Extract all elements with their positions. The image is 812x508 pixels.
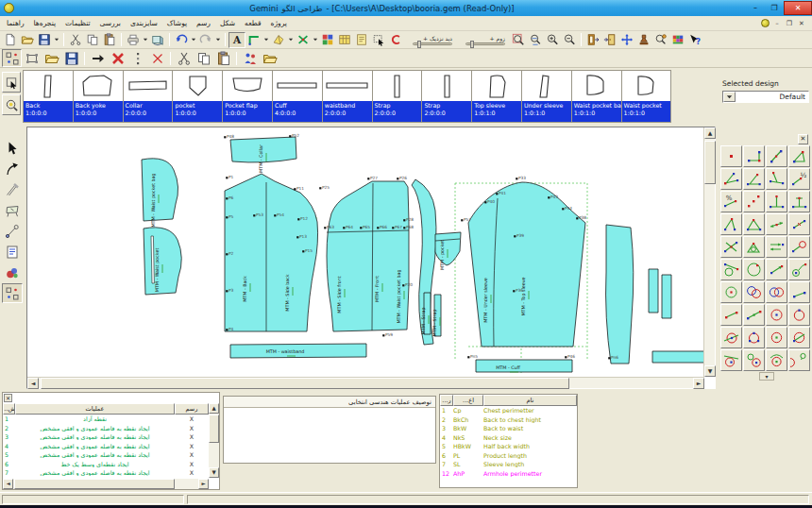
toolbar-button[interactable] xyxy=(101,32,118,48)
zoom-slider[interactable]: زوم + xyxy=(462,35,505,45)
toolbar-button[interactable] xyxy=(81,49,88,67)
minimize-button[interactable]: – xyxy=(746,1,765,15)
geometry-tool-button[interactable] xyxy=(743,213,765,235)
piece-thumbnail[interactable]: Waist pocket 1:0:1:0 xyxy=(621,70,672,123)
drawing-tool-button[interactable] xyxy=(2,221,23,241)
operation-row[interactable]: 3 ایجاد نقطه به فاصله عمودی و افقی مشخص … xyxy=(3,432,209,442)
pattern-piece[interactable] xyxy=(652,351,704,363)
geometry-tool-button[interactable]: ½ xyxy=(788,168,810,190)
menu-item[interactable]: بررسی xyxy=(95,18,126,28)
restore-button[interactable]: ❐ xyxy=(765,1,784,15)
operation-row[interactable]: 8 ایجاد نقطه به فاصله عمودی و افقی مشخص … xyxy=(3,478,209,479)
toolbar-button[interactable] xyxy=(584,32,601,48)
scroll-thumb[interactable] xyxy=(209,415,219,443)
operation-row[interactable]: 5 ایجاد نقطه به فاصله عمودی و افقی مشخص … xyxy=(3,450,209,460)
toolbar-button[interactable] xyxy=(214,32,222,48)
geometry-tool-button[interactable] xyxy=(743,259,765,280)
toolbar-button[interactable] xyxy=(173,32,190,48)
slider-thumb[interactable] xyxy=(417,41,421,48)
toolbar-button[interactable] xyxy=(194,49,213,67)
slider-track[interactable] xyxy=(465,42,505,45)
geometry-tool-button[interactable] xyxy=(788,145,810,167)
geometry-tool-button[interactable] xyxy=(720,259,742,280)
geometry-tool-button[interactable] xyxy=(766,281,787,303)
measurement-row[interactable]: 12 AhP Armhole perimetter xyxy=(440,469,577,479)
piece-thumbnail[interactable]: Top sleeve 1:0:1:0 xyxy=(471,70,522,123)
toolbar-button[interactable] xyxy=(142,32,149,48)
canvas-vertical-scrollbar[interactable]: ▲ ▼ xyxy=(703,127,715,377)
geometry-tool-button[interactable] xyxy=(788,304,810,326)
column-header-abbr[interactable]: اع... xyxy=(453,395,483,406)
near-view-slider[interactable]: دید نزدیک + xyxy=(409,35,452,45)
slider-track[interactable] xyxy=(413,42,452,45)
pattern-piece[interactable] xyxy=(142,159,178,221)
slider-thumb[interactable] xyxy=(470,41,474,48)
mdi-close-button[interactable]: ✕ xyxy=(797,20,806,27)
toolbar-button[interactable] xyxy=(544,32,561,48)
measurement-row[interactable]: 7 SL Sleeve length xyxy=(440,460,577,469)
toolbar-button[interactable] xyxy=(262,32,270,48)
toolbar-button[interactable] xyxy=(147,49,167,67)
toolbar-button[interactable] xyxy=(222,32,228,48)
toolbar-button[interactable] xyxy=(287,32,295,48)
scroll-up-button[interactable]: ▲ xyxy=(209,403,219,414)
panel-close-button[interactable]: ✕ xyxy=(4,394,12,402)
geometry-tool-button[interactable] xyxy=(743,191,765,212)
measurement-row[interactable]: 4 NkS Neck size xyxy=(440,433,577,443)
toolbar-button[interactable] xyxy=(578,32,584,48)
geometry-tool-button[interactable] xyxy=(743,281,765,303)
geometry-tool-button[interactable] xyxy=(720,304,742,326)
geometry-tool-button[interactable] xyxy=(766,213,787,235)
mdi-restore-button[interactable]: ❐ xyxy=(785,20,794,27)
piece-thumbnail[interactable]: Under sleeve 1:0:1:0 xyxy=(521,70,572,123)
piece-thumbnail[interactable]: Cuff 4:0:0:0 xyxy=(272,70,323,123)
toolbar-button[interactable] xyxy=(19,32,36,48)
canvas-horizontal-scrollbar[interactable]: ◄ ► xyxy=(27,377,704,388)
toolbar-button[interactable] xyxy=(166,32,173,48)
toolbar-button[interactable] xyxy=(190,32,197,48)
scroll-up-button[interactable]: ▲ xyxy=(704,127,716,139)
scroll-down-button[interactable]: ▼ xyxy=(704,365,716,377)
strip-tool-button[interactable] xyxy=(2,72,21,93)
piece-thumbnail[interactable]: pocket 1:0:0:0 xyxy=(172,70,223,123)
geometry-tool-button[interactable] xyxy=(788,349,810,371)
measurement-row[interactable]: 3 BkW Back to waist xyxy=(440,424,577,433)
toolbar-button[interactable] xyxy=(213,49,233,67)
pattern-canvas[interactable]: MTM - CollarMTM - Waist pocket bagMTM - … xyxy=(28,130,704,375)
geometry-tool-button[interactable] xyxy=(766,349,787,371)
geometry-tool-button[interactable] xyxy=(788,327,810,348)
column-header-draw[interactable]: رسم xyxy=(175,403,209,415)
measurement-row[interactable]: 6 PL Product length xyxy=(440,451,577,461)
geometry-tool-button[interactable] xyxy=(720,327,742,348)
geometry-tool-button[interactable] xyxy=(766,327,787,348)
drawing-tool-button[interactable] xyxy=(2,200,23,220)
menu-item[interactable]: پروژه xyxy=(266,18,292,28)
piece-thumbnail[interactable]: waistband 2:0:0:0 xyxy=(322,70,373,123)
menu-item[interactable]: سایزبندی xyxy=(126,18,162,28)
toolbar-button[interactable] xyxy=(245,32,262,48)
operation-row[interactable]: 2 ایجاد نقطه به فاصله عمودی و افقی مشخص … xyxy=(3,424,209,433)
scroll-left-button[interactable]: ◄ xyxy=(3,479,13,489)
title-bar[interactable]: Geminiطراحی الگو- [C:\Users\A\Desktop\bo… xyxy=(0,0,812,16)
piece-thumbnail[interactable]: Strap 2:0:0:0 xyxy=(372,70,423,123)
selected-design-combo[interactable]: Default xyxy=(722,91,809,103)
scroll-right-button[interactable]: ► xyxy=(198,479,209,489)
toolbar-button[interactable] xyxy=(84,32,101,48)
toolbar-button[interactable] xyxy=(61,49,81,67)
drawing-tool-button[interactable] xyxy=(2,179,23,199)
piece-thumbnail[interactable]: Back 1:0:0:0 xyxy=(23,70,74,123)
toolbar-button[interactable] xyxy=(353,32,370,48)
toolbar-button[interactable] xyxy=(527,32,544,48)
toolbar-button[interactable] xyxy=(2,49,22,67)
toolbar-button[interactable] xyxy=(319,32,336,48)
measurement-row[interactable]: 2 BkCh Back to chest hight xyxy=(440,415,577,425)
operations-horizontal-scrollbar[interactable]: ◄ ► xyxy=(3,479,209,489)
geometry-tool-button[interactable] xyxy=(766,145,787,167)
pattern-piece[interactable] xyxy=(476,360,572,372)
piece-thumbnail[interactable]: Collar 2:0:0:0 xyxy=(123,70,174,123)
geometry-tool-button[interactable] xyxy=(720,213,742,235)
geometry-tool-button[interactable] xyxy=(766,236,787,258)
geometry-tool-button[interactable] xyxy=(788,259,810,280)
menu-item[interactable]: قطعه xyxy=(240,18,265,28)
piece-thumbnail[interactable]: Waist pocket bag 1:0:1:0 xyxy=(571,70,622,123)
